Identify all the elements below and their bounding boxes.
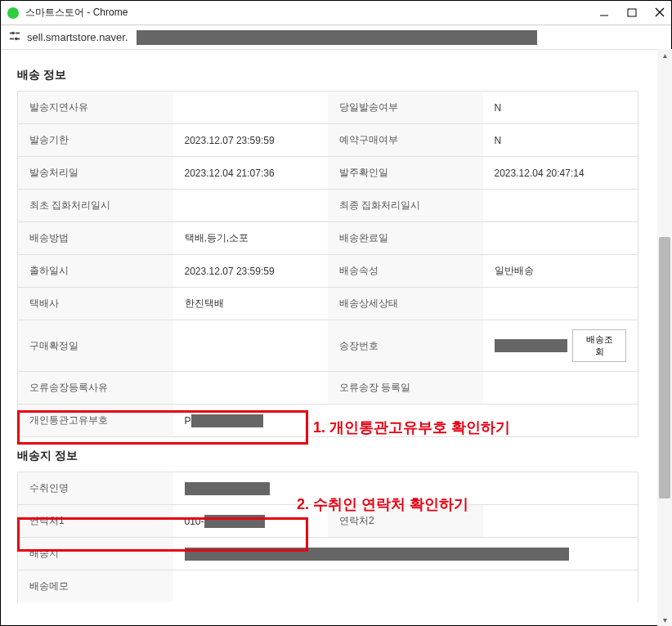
value-cell: [483, 222, 638, 254]
label-error-reason: 오류송장등록사유: [18, 372, 173, 404]
table-row: 수취인명: [18, 472, 638, 505]
value-tracking-number: 배송조회: [483, 320, 638, 371]
scroll-down-icon[interactable]: ▾: [659, 615, 670, 624]
url-redacted: [137, 30, 537, 45]
value-pccc: P: [173, 405, 638, 436]
favicon-icon: [7, 7, 19, 19]
label-cell: 예약구매여부: [328, 124, 483, 156]
table-row: 배송지: [18, 538, 638, 570]
value-recipient-name: [173, 472, 638, 504]
table-row: 배송방법택배,등기,소포배송완료일: [18, 222, 638, 255]
maximize-button[interactable]: [627, 7, 637, 20]
svg-point-8: [12, 32, 16, 35]
pccc-row: 개인통관고유부호 P: [18, 405, 638, 437]
destination-info-table: 수취인명 연락처1 010- 연락처2 배송지: [17, 472, 638, 602]
svg-rect-5: [16, 33, 20, 34]
address-bar[interactable]: sell.smartstore.naver.: [1, 25, 671, 50]
table-row: 배송메모: [18, 570, 638, 602]
label-recipient-name: 수취인명: [18, 472, 173, 504]
value-cell: 2023.12.04 20:47:14: [483, 157, 638, 189]
delivery-info-table: 발송지연사유당일발송여부N발송기한2023.12.07 23:59:59예약구매…: [17, 91, 638, 437]
value-purchase-confirm: [173, 320, 329, 371]
label-cell: 최초 집화처리일시: [18, 190, 173, 221]
table-row: 출하일시2023.12.07 23:59:59배송속성일반배송: [18, 255, 638, 288]
label-cell: 발송기한: [18, 124, 173, 156]
pccc-redacted: [191, 414, 263, 427]
table-row: 최초 집화처리일시최종 집화처리일시: [18, 190, 638, 222]
svg-point-9: [15, 38, 18, 41]
close-button[interactable]: [655, 7, 665, 20]
phone-row: 연락처1 010- 연락처2: [18, 505, 638, 538]
table-row: 택배사한진택배배송상세상태: [18, 288, 638, 320]
value-cell: 한진택배: [173, 288, 329, 320]
value-cell: 일반배송: [483, 255, 638, 287]
recipient-name-redacted: [185, 482, 270, 495]
value-cell: [173, 190, 329, 221]
value-cell: [483, 288, 638, 320]
svg-rect-6: [10, 38, 14, 40]
phone1-prefix: 010-: [185, 516, 204, 527]
chrome-window: 스마트스토어 - Chrome sell.smartstore.naver. 배…: [0, 0, 672, 626]
scroll-thumb[interactable]: [659, 237, 670, 499]
vertical-scrollbar[interactable]: ▴ ▾: [657, 49, 672, 626]
value-address: [173, 538, 638, 570]
table-row: 발송지연사유당일발송여부N: [18, 92, 638, 124]
value-cell: [173, 92, 329, 123]
table-row: 오류송장등록사유 오류송장 등록일: [18, 372, 638, 405]
label-cell: 발주확인일: [328, 157, 483, 189]
destination-section-title: 배송지 정보: [17, 449, 655, 463]
window-title: 스마트스토어 - Chrome: [25, 6, 599, 20]
value-cell: 택배,등기,소포: [173, 222, 329, 254]
label-purchase-confirm: 구매확정일: [18, 320, 173, 371]
label-cell: 배송속성: [328, 255, 483, 287]
address-redacted: [185, 548, 569, 561]
label-cell: 최종 집화처리일시: [328, 190, 483, 221]
label-error-date: 오류송장 등록일: [328, 372, 483, 404]
minimize-button[interactable]: [599, 7, 609, 20]
value-cell: N: [483, 92, 638, 123]
value-cell: 2023.12.07 23:59:59: [173, 255, 329, 287]
value-error-date: [483, 372, 638, 404]
value-cell: [483, 190, 638, 221]
label-cell: 발송지연사유: [18, 92, 173, 123]
titlebar: 스마트스토어 - Chrome: [1, 1, 671, 25]
label-phone2: 연락처2: [328, 505, 483, 537]
site-settings-icon[interactable]: [9, 30, 20, 44]
delivery-section-title: 배송 정보: [17, 68, 655, 83]
table-row: 구매확정일 송장번호 배송조회: [18, 320, 638, 372]
window-controls: [599, 7, 665, 20]
value-phone1: 010-: [173, 505, 329, 537]
table-row: 발송기한2023.12.07 23:59:59예약구매여부N: [18, 124, 638, 157]
label-cell: 택배사: [18, 288, 173, 320]
value-cell: 2023.12.07 23:59:59: [173, 124, 329, 156]
scroll-up-icon[interactable]: ▴: [659, 51, 670, 60]
track-shipment-button[interactable]: 배송조회: [572, 329, 626, 362]
label-cell: 배송완료일: [328, 222, 483, 254]
value-cell: 2023.12.04 21:07:36: [173, 157, 329, 189]
value-cell: N: [483, 124, 638, 156]
tracking-number-redacted: [495, 339, 568, 352]
table-row: 발송처리일2023.12.04 21:07:36발주확인일2023.12.04 …: [18, 157, 638, 190]
value-phone2: [483, 505, 638, 537]
svg-rect-1: [628, 9, 636, 16]
value-error-reason: [173, 372, 329, 404]
label-address: 배송지: [18, 538, 173, 570]
phone1-redacted: [204, 515, 265, 528]
label-cell: 발송처리일: [18, 157, 173, 189]
label-cell: 배송상세상태: [328, 288, 483, 320]
page-content: 배송 정보 발송지연사유당일발송여부N발송기한2023.12.07 23:59:…: [1, 50, 671, 625]
label-pccc: 개인통관고유부호: [18, 405, 173, 436]
label-cell: 출하일시: [18, 255, 173, 287]
pccc-prefix: P: [185, 415, 191, 427]
label-cell: 배송방법: [18, 222, 173, 254]
label-phone1: 연락처1: [18, 505, 173, 537]
label-tracking-number: 송장번호: [328, 320, 483, 371]
value-memo: [173, 570, 638, 602]
label-cell: 당일발송여부: [328, 92, 483, 123]
label-memo: 배송메모: [18, 570, 173, 602]
url-text: sell.smartstore.naver.: [27, 31, 128, 43]
